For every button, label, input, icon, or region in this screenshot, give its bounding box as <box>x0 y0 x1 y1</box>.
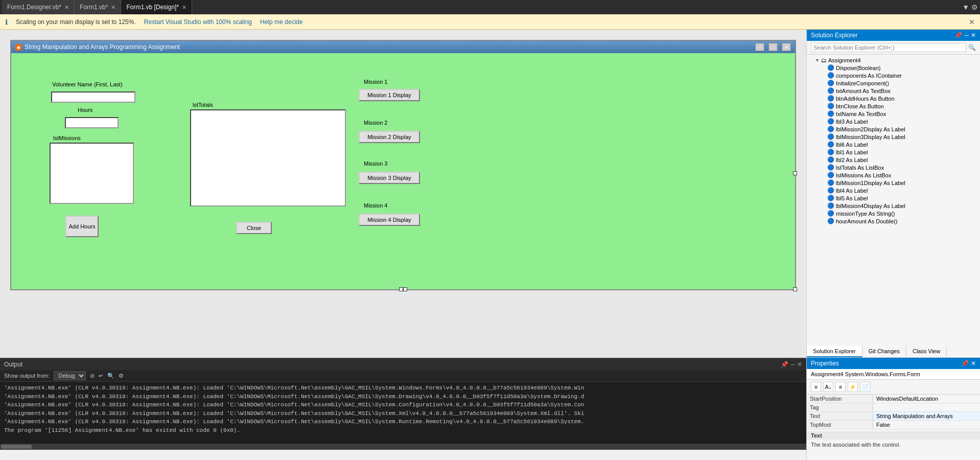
props-alphabetical-btn[interactable]: A↓ <box>823 382 833 392</box>
prop-value[interactable]: False <box>873 421 980 429</box>
pin-props-icon[interactable]: 📌 <box>961 360 969 367</box>
tab-form-design[interactable]: Form1.vb [Design]* ✕ <box>121 0 192 14</box>
close-icon[interactable]: ✕ <box>64 4 69 11</box>
solution-search-input[interactable] <box>811 43 966 52</box>
output-header: Output 📌 ─ ✕ <box>0 359 806 370</box>
tree-item-1[interactable]: 🔵 components As IContainer <box>807 72 980 79</box>
props-propertypages-btn[interactable]: 📄 <box>860 382 870 392</box>
tree-item-3[interactable]: 🔵 txtAmount As TextBox <box>807 87 980 95</box>
tree-item-14[interactable]: 🔵 lstMissions As ListBox <box>807 171 980 179</box>
mission4-display-button[interactable]: Mission 4 Display <box>359 214 420 226</box>
output-line-5: The program '[11256] Assignment4.NB.exe'… <box>4 426 802 435</box>
tree-item-5[interactable]: 🔵 btnClose As Button <box>807 102 980 110</box>
resize-handle-s2[interactable] <box>399 287 403 291</box>
help-link[interactable]: Help me decide <box>260 18 302 26</box>
pin-icon[interactable]: 📌 <box>954 32 962 39</box>
add-hours-button[interactable]: Add Hours <box>65 216 99 237</box>
tree-item-18[interactable]: 🔵 lblMission4Display As Label <box>807 202 980 210</box>
resize-handle-s[interactable] <box>403 287 407 291</box>
output-line-0: 'Assignment4.NB.exe' (CLR v4.0.30319: As… <box>4 384 802 393</box>
tree-item-0[interactable]: 🔵 Dispose(Boolean) <box>807 64 980 72</box>
properties-title: Properties <box>811 360 839 367</box>
collapse-icon[interactable]: ─ <box>790 361 795 368</box>
close-props-icon[interactable]: ✕ <box>971 360 976 367</box>
mission2-label: Mission 2 <box>364 120 387 126</box>
tab-class-view[interactable]: Class View <box>906 346 947 357</box>
collapse-icon[interactable]: ─ <box>964 32 969 39</box>
tab-form-designer-vb[interactable]: Form1.Designer.vb* ✕ <box>2 0 75 14</box>
resize-handle-e[interactable] <box>793 171 797 175</box>
restart-link[interactable]: Restart Visual Studio with 100% scaling <box>144 18 252 26</box>
minimize-button[interactable]: ─ <box>755 43 764 51</box>
tree-item-15[interactable]: 🔵 lblMission1Display As Label <box>807 179 980 187</box>
tree-item-19[interactable]: 🔵 missionType As String() <box>807 210 980 217</box>
maximize-button[interactable]: □ <box>768 43 778 51</box>
lstTotals-label: lstTotals <box>193 102 213 108</box>
mission1-display-button[interactable]: Mission 1 Display <box>359 89 420 101</box>
close-icon[interactable]: ✕ <box>111 4 115 11</box>
search-icon[interactable]: 🔍 <box>968 44 976 51</box>
filter-icon[interactable]: 🔍 <box>107 373 114 379</box>
tree-item-4[interactable]: 🔵 btnAddHours As Button <box>807 95 980 102</box>
mission3-display-button[interactable]: Mission 3 Display <box>359 172 420 184</box>
dropdown-icon[interactable]: ▼ <box>962 3 969 11</box>
tree-item-12[interactable]: 🔵 lbl2 As Label <box>807 156 980 164</box>
tree-item-7[interactable]: 🔵 lbl3 As Label <box>807 118 980 125</box>
wrap-icon[interactable]: ↵ <box>99 373 103 379</box>
tab-git-changes[interactable]: Git Changes <box>862 346 906 357</box>
form-body[interactable]: Volunteer Name (First, Last) Hours lstMi… <box>11 53 795 289</box>
bottom-section: Output 📌 ─ ✕ Show output from: Debug ⊘ ↵… <box>0 358 980 460</box>
props-properties-btn[interactable]: ≡ <box>835 382 846 392</box>
lstMissions-listbox[interactable] <box>50 143 134 204</box>
tree-item-10[interactable]: 🔵 lbl6 As Label <box>807 141 980 148</box>
tab-solution-explorer[interactable]: Solution Explorer <box>807 346 862 357</box>
lstTotals-listbox[interactable] <box>190 109 346 206</box>
txtAmount-textbox[interactable] <box>65 117 119 128</box>
prop-name: StartPosition <box>807 395 873 403</box>
settings-icon[interactable]: ⚙ <box>119 373 124 379</box>
item-label: lstTotals As ListBox <box>836 165 884 171</box>
output-source-select[interactable]: Debug <box>54 371 86 380</box>
item-label: hourAmount As Double() <box>836 218 897 224</box>
close-output-icon[interactable]: ✕ <box>797 361 802 368</box>
prop-name: Text <box>807 412 873 420</box>
output-line-1: 'Assignment4.NB.exe' (CLR v4.0.30319: As… <box>4 393 802 401</box>
form-icon: ■ <box>15 44 21 51</box>
props-categorized-btn[interactable]: ≡ <box>811 382 821 392</box>
props-events-btn[interactable]: ⚡ <box>848 382 858 392</box>
resize-handle-se[interactable] <box>793 287 797 291</box>
mission2-display-button[interactable]: Mission 2 Display <box>359 131 420 143</box>
clear-icon[interactable]: ⊘ <box>90 373 95 379</box>
panel-tabs: Solution Explorer Git Changes Class View <box>807 346 980 358</box>
output-title: Output <box>4 361 22 368</box>
tree-item-13[interactable]: 🔵 lstTotals As ListBox <box>807 164 980 171</box>
tree-item-8[interactable]: 🔵 lblMission2Display As Label <box>807 125 980 133</box>
pin-icon[interactable]: 📌 <box>781 361 788 368</box>
tree-item-16[interactable]: 🔵 lbl4 As Label <box>807 187 980 194</box>
tree-item-assignment4[interactable]: ▼ 🗂 Assignment4 <box>807 57 980 64</box>
tree-item-11[interactable]: 🔵 lbl1 As Label <box>807 148 980 156</box>
close-panel-icon[interactable]: ✕ <box>971 32 976 39</box>
close-button[interactable]: ✕ <box>782 43 791 51</box>
volunteer-name-label: Volunteer Name (First, Last) <box>52 81 123 87</box>
tab-form-vb[interactable]: Form1.vb* ✕ <box>75 0 121 14</box>
prop-name: TopMost <box>807 421 873 429</box>
tree-item-9[interactable]: 🔵 lblMission3Display As Label <box>807 133 980 141</box>
close-icon[interactable]: ✕ <box>182 4 186 11</box>
tree-item-6[interactable]: 🔵 txtName As TextBox <box>807 110 980 118</box>
info-close-button[interactable]: ✕ <box>969 18 975 26</box>
close-form-button[interactable]: Close <box>236 222 272 234</box>
item-icon: 🔵 <box>827 202 834 209</box>
tree-item-2[interactable]: 🔵 InitializeComponent() <box>807 79 980 87</box>
txtName-textbox[interactable] <box>51 91 135 103</box>
tree-item-20[interactable]: 🔵 hourAmount As Double() <box>807 217 980 225</box>
prop-value[interactable]: WindowsDefaultLocation <box>873 395 980 403</box>
scrollbar-thumb[interactable] <box>1 445 32 449</box>
prop-value[interactable] <box>873 403 980 411</box>
settings-icon[interactable]: ⚙ <box>971 3 978 11</box>
horizontal-scrollbar[interactable] <box>0 444 806 450</box>
item-icon: 🔵 <box>827 218 834 224</box>
prop-value[interactable]: String Manipulation and Arrays <box>873 412 980 420</box>
props-section-label: Text <box>807 431 980 440</box>
tree-item-17[interactable]: 🔵 lbl5 As Label <box>807 194 980 202</box>
